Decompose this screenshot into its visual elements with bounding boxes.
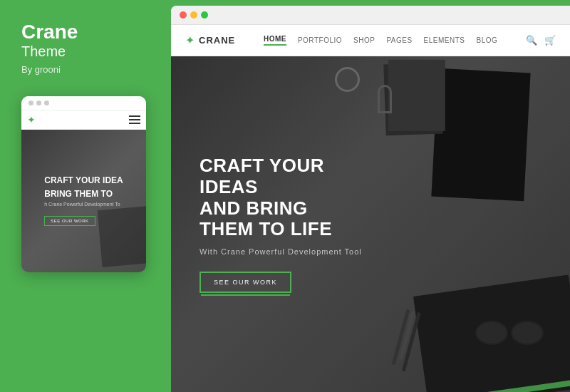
mobile-hamburger-icon[interactable]	[129, 115, 140, 124]
mobile-hero: CRAFT YOUR IDEA BRING THEM TO h Crane Po…	[21, 130, 146, 272]
browser-dot-red[interactable]	[180, 11, 187, 19]
mobile-dot-3	[44, 100, 49, 105]
mobile-dot-2	[36, 100, 41, 105]
search-icon[interactable]: 🔍	[526, 35, 537, 46]
desktop-nav: ✦ CRANE HOME PORTFOLIO SHOP PAGES ELEMEN…	[171, 25, 570, 56]
browser-dot-yellow[interactable]	[190, 11, 197, 19]
mobile-hero-title-line2: BRING THEM TO	[44, 189, 123, 199]
hero-papers-decor	[383, 63, 442, 136]
nav-link-elements[interactable]: ELEMENTS	[424, 36, 465, 44]
right-panel: ✦ CRANE HOME PORTFOLIO SHOP PAGES ELEMEN…	[171, 6, 570, 392]
theme-title: Crane	[21, 21, 78, 43]
nav-link-portfolio[interactable]: PORTFOLIO	[298, 36, 342, 44]
hero-clip-decor	[378, 85, 392, 113]
desktop-hero-subtitle: With Crane Powerful Development Tool	[200, 247, 362, 256]
nav-link-blog[interactable]: BLOG	[477, 36, 498, 44]
mobile-hero-content: CRAFT YOUR IDEA BRING THEM TO h Crane Po…	[37, 168, 130, 233]
desktop-site: ✦ CRANE HOME PORTFOLIO SHOP PAGES ELEMEN…	[171, 25, 570, 392]
mobile-preview: ✦ CRAFT YOUR IDEA BRING THEM TO h Crane …	[21, 96, 146, 272]
desktop-hero-content: CRAFT YOUR IDEAS AND BRING THEM TO LIFE …	[171, 155, 390, 294]
theme-title-block: Crane Theme By grooni	[21, 21, 78, 96]
desktop-nav-logo: ✦ CRANE	[185, 33, 235, 47]
browser-dot-green[interactable]	[201, 11, 208, 19]
hero-pencils-decor	[390, 309, 420, 372]
mobile-cta-button[interactable]: SEE OUR WORK	[44, 216, 95, 226]
desktop-hero-title: CRAFT YOUR IDEAS AND BRING THEM TO LIFE	[200, 155, 362, 241]
desktop-hero: CRAFT YOUR IDEAS AND BRING THEM TO LIFE …	[171, 56, 570, 392]
desktop-nav-links: HOME PORTFOLIO SHOP PAGES ELEMENTS BLOG	[264, 35, 497, 46]
mobile-logo-icon: ✦	[27, 114, 36, 125]
mobile-browser-bar	[21, 96, 146, 110]
hero-glasses-decor	[470, 317, 549, 349]
theme-author: By grooni	[21, 64, 78, 75]
nav-link-pages[interactable]: PAGES	[386, 36, 412, 44]
mobile-nav: ✦	[21, 110, 146, 130]
crane-logo-icon: ✦	[185, 33, 195, 47]
nav-link-shop[interactable]: SHOP	[353, 36, 375, 44]
left-panel: Crane Theme By grooni ✦ CRAFT YOUR IDEA …	[0, 0, 171, 392]
theme-subtitle: Theme	[21, 43, 78, 60]
cart-icon[interactable]: 🛒	[544, 35, 556, 46]
desktop-hero-title-line2: AND BRING THEM TO LIFE	[200, 198, 362, 241]
mobile-hero-title-line1: CRAFT YOUR IDEA	[44, 175, 123, 185]
hero-medal-decor	[335, 67, 360, 92]
mobile-hero-sub: h Crane Powerful Development To	[44, 202, 123, 207]
desktop-hero-cta-button[interactable]: SEE OUR WORK	[200, 272, 291, 293]
browser-bar	[171, 6, 570, 25]
desktop-hero-title-line1: CRAFT YOUR IDEAS	[200, 155, 362, 198]
desktop-brand-name: CRANE	[199, 35, 235, 46]
mobile-dot-1	[28, 100, 33, 105]
hero-notebook-decor	[431, 68, 530, 202]
nav-link-home[interactable]: HOME	[264, 35, 286, 46]
desktop-nav-icons: 🔍 🛒	[526, 35, 556, 46]
